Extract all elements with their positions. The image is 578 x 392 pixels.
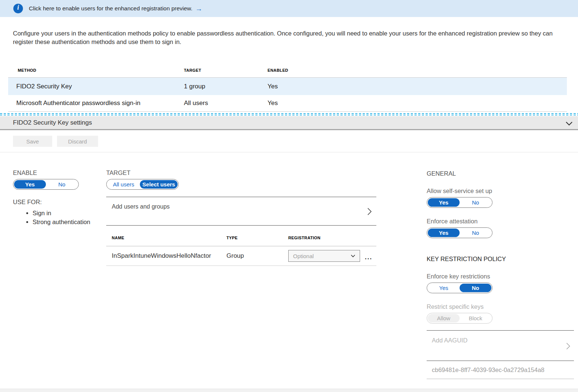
enforce-key-restrictions-toggle[interactable]: Yes No xyxy=(427,283,493,293)
aaguid-value: cb69481e-8ff7-4039-93ec-0a2729a154a8 xyxy=(427,361,574,379)
group-type: Group xyxy=(226,252,288,260)
add-aaguid-row: Add AAGUID xyxy=(427,330,574,361)
bottom-scroll-strip xyxy=(0,389,578,392)
target-toggle[interactable]: All users Select users xyxy=(106,179,179,190)
chevron-right-icon xyxy=(364,207,374,218)
target-section: TARGET All users Select users Add users … xyxy=(106,169,376,266)
use-for-item: Strong authentication xyxy=(33,217,100,226)
settings-panel-title: FIDO2 Security Key settings xyxy=(13,119,92,126)
use-for-item: Sign in xyxy=(33,209,100,217)
group-name: InSparkIntuneWindowsHelloNfactor xyxy=(106,252,226,260)
use-for-list: Sign in Strong authentication xyxy=(13,209,100,226)
restrict-specific-keys-label: Restrict specific keys xyxy=(427,303,574,311)
enabled-cell: Yes xyxy=(268,83,567,90)
enable-toggle[interactable]: Yes No xyxy=(13,179,79,190)
enable-section: ENABLE Yes No USE FOR: Sign in Strong au… xyxy=(13,169,100,226)
save-button[interactable]: Save xyxy=(13,136,52,147)
use-for-label: USE FOR: xyxy=(13,199,100,206)
methods-table: METHOD TARGET ENABLED FIDO2 Security Key… xyxy=(8,63,567,112)
enforce-key-restrictions-yes[interactable]: Yes xyxy=(428,284,460,292)
key-restriction-policy-label: KEY RESTRICTION POLICY xyxy=(427,256,574,263)
attestation-label: Enforce attestation xyxy=(427,218,574,225)
add-aaguid-placeholder: Add AAGUID xyxy=(427,331,574,344)
general-label: GENERAL xyxy=(427,170,574,178)
col-header-name: NAME xyxy=(106,236,226,240)
registration-dropdown-value: Optional xyxy=(293,253,314,259)
chevron-down-icon[interactable] xyxy=(565,119,574,129)
target-group-row: InSparkIntuneWindowsHelloNfactor Group O… xyxy=(106,246,376,266)
col-header-enabled: ENABLED xyxy=(268,68,567,72)
registration-cell: Optional ... xyxy=(288,250,376,262)
methods-table-header: METHOD TARGET ENABLED xyxy=(8,63,567,78)
col-header-registration: REGISTRATION xyxy=(288,236,376,240)
col-header-target: TARGET xyxy=(184,68,268,72)
col-header-method: METHOD xyxy=(8,68,184,72)
target-cell: All users xyxy=(184,99,268,107)
panel-resize-splitter[interactable] xyxy=(0,113,578,116)
info-banner[interactable]: i Click here to enable users for the enh… xyxy=(0,0,578,17)
splitter-dash xyxy=(0,115,578,115)
discard-button[interactable]: Discard xyxy=(57,136,98,147)
divider xyxy=(0,152,578,152)
table-row-authenticator[interactable]: Microsoft Authenticator passwordless sig… xyxy=(8,95,567,112)
info-icon: i xyxy=(13,4,23,13)
enabled-cell: Yes xyxy=(268,99,567,107)
enable-toggle-no[interactable]: No xyxy=(46,180,78,189)
attestation-yes[interactable]: Yes xyxy=(428,229,460,237)
attestation-toggle[interactable]: Yes No xyxy=(427,227,493,238)
enable-toggle-yes[interactable]: Yes xyxy=(14,180,46,189)
self-service-yes[interactable]: Yes xyxy=(428,198,460,207)
add-users-and-groups-row[interactable]: Add users and groups xyxy=(106,197,376,226)
method-cell: Microsoft Authenticator passwordless sig… xyxy=(8,99,184,107)
arrow-right-icon: → xyxy=(195,5,202,12)
attestation-no[interactable]: No xyxy=(460,229,491,237)
target-toggle-all-users[interactable]: All users xyxy=(107,180,140,189)
banner-link-text[interactable]: Click here to enable users for the enhan… xyxy=(29,5,192,12)
target-cell: 1 group xyxy=(184,83,268,90)
self-service-label: Allow self-service set up xyxy=(427,187,574,195)
target-table-header: NAME TYPE REGISTRATION xyxy=(106,229,376,246)
settings-panel-header[interactable]: FIDO2 Security Key settings xyxy=(0,116,578,130)
row-context-menu-button[interactable]: ... xyxy=(365,251,372,261)
enable-label: ENABLE xyxy=(13,169,100,177)
target-toggle-select-users[interactable]: Select users xyxy=(140,180,178,189)
table-row-fido2[interactable]: FIDO2 Security Key 1 group Yes xyxy=(8,78,567,95)
self-service-toggle[interactable]: Yes No xyxy=(427,197,493,208)
target-groups-table: NAME TYPE REGISTRATION InSparkIntuneWind… xyxy=(106,229,376,266)
enforce-key-restrictions-label: Enforce key restrictions xyxy=(427,273,574,280)
splitter-dash xyxy=(0,113,578,114)
general-section: GENERAL Allow self-service set up Yes No… xyxy=(427,170,574,379)
chevron-right-icon xyxy=(564,342,572,352)
fido2-settings-page: i Click here to enable users for the enh… xyxy=(0,0,578,392)
add-users-and-groups-label: Add users and groups xyxy=(106,197,376,210)
restrict-specific-keys-toggle: Allow Block xyxy=(427,313,493,324)
restrict-keys-block: Block xyxy=(460,314,491,322)
method-cell: FIDO2 Security Key xyxy=(8,83,184,90)
chevron-down-icon xyxy=(350,253,356,259)
self-service-no[interactable]: No xyxy=(460,198,491,207)
target-label: TARGET xyxy=(106,169,376,177)
intro-text: Configure your users in the authenticati… xyxy=(13,29,561,46)
restrict-keys-allow: Allow xyxy=(428,314,460,322)
registration-dropdown[interactable]: Optional xyxy=(288,250,360,262)
col-header-type: TYPE xyxy=(226,236,288,240)
enforce-key-restrictions-no[interactable]: No xyxy=(460,284,491,292)
